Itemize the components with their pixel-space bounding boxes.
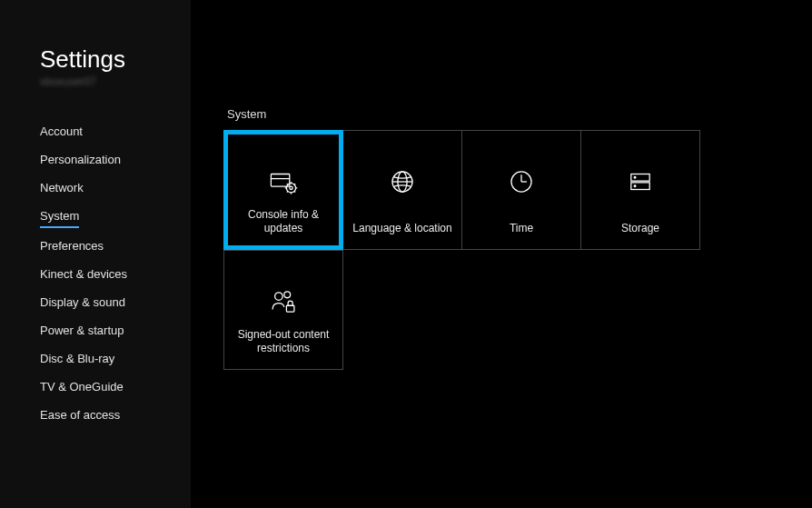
tile-label: Language & location	[343, 222, 461, 236]
storage-icon	[625, 166, 656, 197]
sidebar-item-account[interactable]: Account	[40, 117, 83, 145]
sidebar-item-personalization[interactable]: Personalization	[40, 145, 121, 174]
tile-signed-out-content-restrictions[interactable]: Signed-out content restrictions	[223, 250, 343, 370]
tile-grid: Console info & updates Language & locati…	[223, 130, 714, 369]
main-content: System Console info &	[191, 0, 812, 508]
sidebar-item-preferences[interactable]: Preferences	[40, 232, 104, 260]
console-gear-icon	[268, 166, 299, 197]
svg-rect-0	[271, 174, 289, 187]
svg-line-8	[287, 184, 288, 184]
sidebar-item-kinect-devices[interactable]: Kinect & devices	[40, 260, 127, 288]
sidebar-item-system[interactable]: System	[40, 202, 79, 228]
svg-point-20	[634, 176, 636, 178]
sidebar-item-display-sound[interactable]: Display & sound	[40, 288, 125, 316]
sidebar-item-disc-bluray[interactable]: Disc & Blu-ray	[40, 344, 114, 373]
tile-storage[interactable]: Storage	[580, 130, 700, 250]
page-title: Settings	[40, 45, 191, 74]
svg-point-22	[275, 293, 283, 301]
tile-label: Console info & updates	[228, 208, 339, 236]
svg-line-9	[294, 191, 295, 192]
sidebar: Settings xboxuser07 Account Personalizat…	[0, 0, 191, 508]
people-lock-icon	[268, 286, 299, 317]
tile-language-location[interactable]: Language & location	[342, 130, 462, 250]
sidebar-item-network[interactable]: Network	[40, 174, 84, 202]
sidebar-item-power-startup[interactable]: Power & startup	[40, 316, 124, 344]
tile-label: Time	[462, 222, 580, 236]
tile-time[interactable]: Time	[461, 130, 581, 250]
clock-icon	[506, 166, 537, 197]
svg-point-3	[290, 186, 292, 189]
svg-point-21	[634, 185, 636, 187]
tile-console-info-updates[interactable]: Console info & updates	[223, 130, 343, 250]
tile-label: Storage	[581, 222, 699, 236]
section-title: System	[227, 107, 812, 121]
sidebar-item-ease-of-access[interactable]: Ease of access	[40, 401, 120, 429]
sidebar-item-tv-oneguide[interactable]: TV & OneGuide	[40, 373, 124, 401]
svg-point-23	[284, 292, 291, 298]
tile-label: Signed-out content restrictions	[224, 328, 342, 356]
svg-line-11	[294, 184, 295, 184]
svg-rect-24	[286, 305, 294, 312]
svg-line-10	[287, 191, 288, 192]
globe-icon	[387, 166, 418, 197]
user-subtitle: xboxuser07	[40, 75, 191, 88]
sidebar-items: Account Personalization Network System P…	[40, 117, 191, 429]
